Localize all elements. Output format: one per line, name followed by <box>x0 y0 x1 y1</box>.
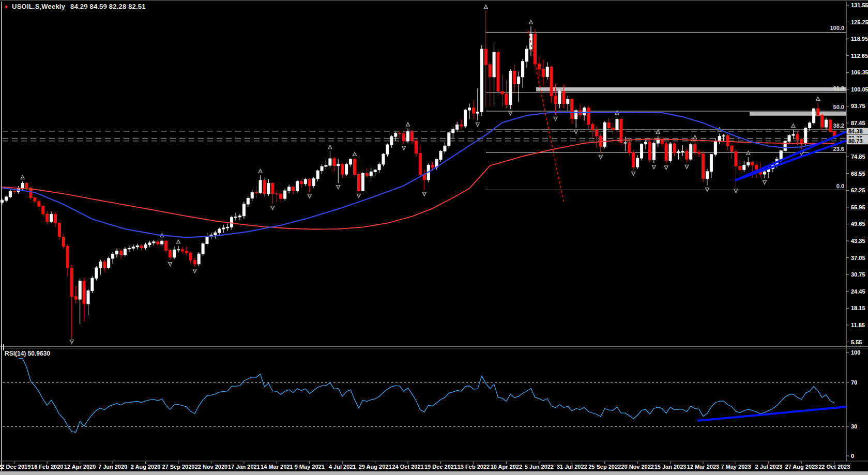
candle <box>669 142 672 163</box>
candle <box>583 106 586 121</box>
rsi-scale-label: 100 <box>851 349 860 356</box>
candle <box>648 139 651 163</box>
candle <box>280 191 282 203</box>
candle <box>403 131 405 144</box>
candle <box>214 231 217 239</box>
candle <box>333 157 336 171</box>
rsi-label: RSI(14) 50.9630 <box>5 350 50 357</box>
candle <box>366 168 368 178</box>
candle <box>128 246 130 252</box>
fractal-up-arrow-icon <box>483 4 488 9</box>
candle <box>607 117 610 130</box>
candle <box>353 158 356 177</box>
date-axis[interactable]: 22 Dec 201916 Feb 202012 Apr 20207 Jun 2… <box>0 461 868 475</box>
candle <box>784 141 786 152</box>
rsi-pane: 10070300 <box>3 349 860 459</box>
price-tick-label: 11.85 <box>851 322 865 328</box>
fractal-down-arrow-icon <box>168 262 173 267</box>
candle <box>202 241 204 256</box>
candle <box>497 50 499 96</box>
price-tick-label: 93.75 <box>851 103 865 109</box>
candle <box>79 279 81 324</box>
price-tick-label: 87.45 <box>851 120 865 126</box>
candle <box>439 150 442 162</box>
price-tick-label: 74.85 <box>851 154 865 160</box>
blue-trendline[interactable] <box>735 141 846 180</box>
price-tick-label: 55.95 <box>851 204 865 210</box>
symbol-collapse-icon[interactable]: ▼ <box>4 4 9 10</box>
rsi-scale-label: 0 <box>851 453 854 459</box>
candle <box>657 136 659 147</box>
pane-separator[interactable] <box>0 344 868 350</box>
date-tick-label: 5 Jun 2022 <box>525 464 554 470</box>
left-border <box>1 2 2 471</box>
candle <box>480 45 483 116</box>
date-tick-label: 22 Nov 2020 <box>195 464 228 470</box>
candle <box>169 249 172 260</box>
date-tick-label: 2 Jul 2023 <box>755 464 783 470</box>
candle <box>645 140 647 149</box>
price-tag: 84.38 <box>847 128 868 134</box>
candle <box>235 212 237 220</box>
price-tick-label: 5.55 <box>851 339 862 345</box>
date-tick-label: 24 Oct 2021 <box>392 464 423 470</box>
fractal-down-arrow-icon <box>598 155 603 160</box>
candle <box>665 142 667 163</box>
candle <box>698 150 701 157</box>
candle <box>38 199 40 209</box>
price-axis[interactable]: 131.55125.25118.95112.65106.35100.0593.7… <box>846 2 868 461</box>
chart-canvas[interactable]: 100.061.850.038.223.60.0131.55125.25118.… <box>0 0 868 475</box>
candle <box>513 65 516 93</box>
candle <box>247 196 249 207</box>
date-tick-label: 19 Dec 2021 <box>424 464 457 470</box>
candle <box>296 180 298 192</box>
candle <box>558 90 561 109</box>
fractal-down-arrow-icon <box>508 111 513 116</box>
candle <box>567 96 569 111</box>
candle <box>677 149 680 159</box>
fractal-down-arrow-icon <box>553 117 558 121</box>
candle <box>411 130 414 143</box>
candle <box>54 212 57 227</box>
candle <box>271 182 274 204</box>
fractal-down-arrow-icon <box>664 165 668 170</box>
price-tick-label: 68.55 <box>851 171 865 177</box>
separator-grip[interactable] <box>1 344 2 350</box>
candle <box>242 202 245 219</box>
price-tick-label: 30.75 <box>851 271 865 278</box>
candle <box>173 247 176 259</box>
candle <box>538 56 540 77</box>
date-tick-label: 25 Sep 2022 <box>588 464 621 470</box>
candle <box>316 170 319 181</box>
price-tick-label: 118.95 <box>851 36 868 42</box>
candles-layer <box>1 11 836 338</box>
candle <box>42 205 44 217</box>
fractal-up-arrow-icon <box>328 145 332 149</box>
candle <box>189 251 192 263</box>
candle <box>58 222 61 239</box>
candle <box>624 137 627 151</box>
date-tick-label: 22 Oct 2023 <box>818 464 850 470</box>
candle <box>509 69 512 110</box>
date-tick-label: 9 May 2021 <box>295 464 325 470</box>
candle <box>735 150 737 187</box>
date-tick-label: 13 Feb 2022 <box>458 464 490 470</box>
date-tick-label: 27 Aug 2023 <box>785 464 818 470</box>
supply-zone[interactable] <box>750 112 846 116</box>
candle <box>394 132 397 141</box>
candle <box>124 247 126 257</box>
supply-zone[interactable] <box>536 87 846 91</box>
separator-grip[interactable] <box>3 344 4 350</box>
candle <box>46 211 49 224</box>
candle <box>70 265 73 339</box>
candle <box>357 172 360 192</box>
date-tick-label: 22 Dec 2019 <box>0 464 31 470</box>
candle <box>5 195 7 202</box>
candle <box>288 185 291 193</box>
candle <box>652 141 655 163</box>
price-tag-value: 84.38 <box>848 128 863 134</box>
fractal-up-arrow-icon <box>693 134 697 139</box>
candle <box>484 11 487 106</box>
candle <box>382 153 385 166</box>
candle <box>378 162 380 173</box>
